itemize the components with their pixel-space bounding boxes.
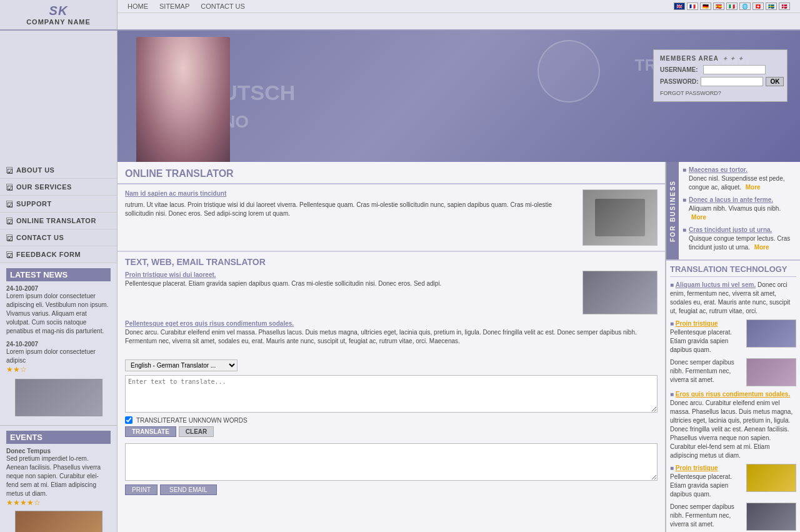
tech-image-6 (746, 503, 796, 531)
news-item-1: 24-10-2007 Lorem ipsum dolor consectetue… (6, 285, 111, 336)
translate-button[interactable]: TRANSLATE (125, 426, 176, 437)
forgot-password-link[interactable]: FORGOT PASSWORD? (660, 90, 721, 96)
translator-link-2[interactable]: Pellentesque eget eros quis risus condim… (125, 320, 294, 327)
password-label: PASSWORD: (660, 78, 698, 85)
text-web-email-title: TEXT, WEB, EMAIL TRANSLATOR (125, 257, 658, 267)
online-translator-title: ONLINE TRANSLATOR (118, 162, 665, 184)
translator-item-1: Proin tristique wisi dui laoreet. Pellen… (125, 271, 658, 314)
business-item-3: ■ Cras tincidunt justo ut urna. Quisque … (682, 226, 796, 252)
tech-title: TRANSLATION TECHNOLOGY (670, 264, 796, 277)
translate-input[interactable] (125, 375, 658, 413)
print-button[interactable]: PRINT (125, 484, 158, 495)
flag-fr[interactable]: 🇫🇷 (687, 3, 698, 10)
flag-it[interactable]: 🇮🇹 (726, 3, 738, 10)
online-translator-content: Nam id sapien ac mauris tincidunt rutrum… (125, 189, 575, 246)
tech-item-3: Donec semper dapibus nibh. Fermentum nec… (670, 358, 796, 386)
bottom-buttons: PRINT SEND EMAIL (125, 484, 658, 495)
news-item-2: 24-10-2007 Lorem ipsum dolor consectetue… (6, 341, 111, 374)
translator-item-1-image (582, 271, 658, 314)
tech-link-5[interactable]: Proin tristique (676, 464, 718, 471)
globe-decoration (538, 40, 600, 103)
tech-item-6: Donec semper dapibus nibh. Fermentum nec… (670, 503, 796, 531)
nav-checkbox-feedback: ☑ (6, 251, 12, 258)
tech-link-4[interactable]: Eros quis risus condimentum sodales. (676, 391, 790, 398)
tech-bullet-5: ■ (670, 464, 674, 471)
nav-contact[interactable]: CONTACT US (201, 3, 245, 10)
flag-se[interactable]: 🇸🇪 (766, 3, 777, 10)
sidebar-news-image (6, 379, 111, 418)
logo-area: SK COMPANY NAME (0, 0, 118, 29)
tech-item-1: ■ Aliquam luctus mi vel sem. Donec orci … (670, 281, 796, 316)
transliterate-label: TRANSLITERATE UNKNOWN WORDS (136, 417, 248, 424)
members-area: MEMBERS AREA ✦ ✦ ✦ USERNAME: PASSWORD: O… (653, 49, 788, 102)
events-thumbnail (15, 511, 102, 532)
header-nav: HOME SITEMAP CONTACT US 🇬🇧 🇫🇷 🇩🇪 🇪🇸 🇮🇹 🌐… (118, 0, 800, 29)
sidebar-item-feedback[interactable]: ☑ FEEDBACK FORM (0, 246, 117, 263)
tech-item-3-text: Donec semper dapibus nibh. Fermentum nec… (670, 358, 742, 386)
tech-bullet-4: ■ (670, 391, 674, 398)
business-link-2[interactable]: Donec a lacus in ante ferme. (689, 196, 773, 203)
logo-icon: SK (49, 4, 68, 18)
tech-item-5: ■ Proin tristique Pellentesque placerat.… (670, 464, 796, 499)
nav-label-services: OUR SERVICES (16, 183, 72, 191)
for-business-bar: FOR BUSINESS (666, 162, 679, 259)
tech-image-2 (746, 319, 796, 348)
translate-output[interactable] (125, 443, 658, 481)
online-translator-image (582, 189, 658, 246)
company-name: COMPANY NAME (26, 18, 91, 26)
language-flags: 🇬🇧 🇫🇷 🇩🇪 🇪🇸 🇮🇹 🌐 🇨🇭 🇸🇪 🇩🇰 (674, 3, 790, 10)
members-title: MEMBERS AREA ✦ ✦ ✦ (660, 55, 781, 62)
language-selector[interactable]: English - German Translator ... English … (125, 359, 238, 371)
nav-home[interactable]: HOME (128, 3, 148, 10)
tech-item-5-text: ■ Proin tristique Pellentesque placerat.… (670, 464, 742, 499)
tech-link-2[interactable]: Proin tristique (676, 320, 718, 327)
nav-label-feedback: FEEDBACK FORM (16, 251, 81, 258)
online-translator-link[interactable]: Nam id sapien ac mauris tincidunt (125, 189, 575, 198)
tech-item-2: ■ Proin tristique Pellentesque placerat.… (670, 319, 796, 354)
sidebar-item-support[interactable]: ☑ SUPPORT (0, 196, 117, 213)
sidebar-events-image (6, 511, 111, 532)
sidebar-navigation: ☑ ABOUT US ☑ OUR SERVICES ☑ SUPPORT ☑ ON… (0, 162, 117, 263)
flag-de[interactable]: 🇩🇪 (700, 3, 711, 10)
flag-dk[interactable]: 🇩🇰 (779, 3, 790, 10)
tech-item-2-text: ■ Proin tristique Pellentesque placerat.… (670, 319, 742, 354)
tech-link-1[interactable]: Aliquam luctus mi vel sem. (676, 281, 756, 288)
sidebar-item-services[interactable]: ☑ OUR SERVICES (0, 179, 117, 196)
flag-gb[interactable]: 🇬🇧 (674, 3, 685, 10)
business-link-3[interactable]: Cras tincidunt justo ut urna. (689, 226, 772, 233)
more-link-3[interactable]: More (754, 244, 769, 251)
tech-image-3 (746, 358, 796, 386)
business-item-1: ■ Maecenas eu tortor. Donec nisl. Suspen… (682, 166, 796, 192)
for-business-content: ■ Maecenas eu tortor. Donec nisl. Suspen… (679, 162, 800, 259)
online-translator-section: ONLINE TRANSLATOR Nam id sapien ac mauri… (118, 162, 665, 251)
event-item-1: Donec Tempus Sed pretium imperdiet lo-re… (6, 448, 111, 507)
more-link-2[interactable]: More (691, 214, 706, 221)
tech-image-5 (746, 464, 796, 492)
nav-checkbox-support: ☑ (6, 201, 12, 207)
send-email-button[interactable]: SEND EMAIL (160, 484, 217, 495)
nav-sitemap[interactable]: SITEMAP (159, 3, 189, 10)
transliterate-checkbox[interactable] (125, 416, 132, 424)
username-input[interactable] (703, 65, 766, 74)
business-link-1[interactable]: Maecenas eu tortor. (689, 166, 748, 173)
flag-ch[interactable]: 🇨🇭 (752, 3, 764, 10)
clear-button[interactable]: CLEAR (179, 426, 214, 437)
password-input[interactable] (701, 77, 763, 86)
sidebar-item-about[interactable]: ☑ ABOUT US (0, 162, 117, 179)
bullet-1: ■ (682, 166, 686, 192)
tech-item-4: ■ Eros quis risus condimentum sodales. D… (670, 390, 796, 460)
flag-es[interactable]: 🇪🇸 (713, 3, 724, 10)
flag-intl[interactable]: 🌐 (739, 3, 751, 10)
ok-button[interactable]: OK (766, 77, 784, 86)
sidebar-item-translator[interactable]: ☑ ONLINE TRANSLATOR (0, 213, 117, 229)
more-link-1[interactable]: More (746, 184, 761, 191)
for-business-wrapper: FOR BUSINESS ■ Maecenas eu tortor. Donec… (666, 162, 800, 259)
translator-item-2: Pellentesque eget eros quis risus condim… (125, 319, 658, 346)
sidebar-item-contact[interactable]: ☑ CONTACT US (0, 229, 117, 246)
nav-label-translator: ONLINE TRANSLATOR (16, 217, 96, 224)
nav-checkbox-services: ☑ (6, 184, 12, 190)
translator-link-1[interactable]: Proin tristique wisi dui laoreet. (125, 271, 216, 278)
events-section: EVENTS Donec Tempus Sed pretium imperdie… (0, 426, 117, 532)
transliterate-row: TRANSLITERATE UNKNOWN WORDS (125, 416, 658, 424)
nav-checkbox-about: ☑ (6, 167, 12, 173)
